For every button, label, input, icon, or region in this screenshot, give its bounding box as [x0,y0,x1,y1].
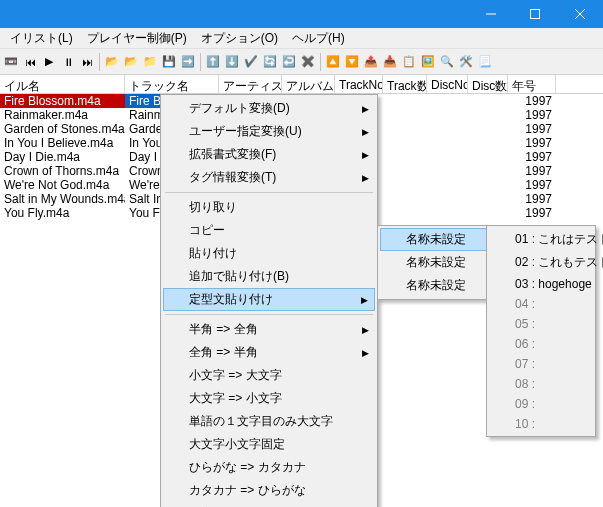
label: 半角 => 全角 [189,322,258,336]
import-icon[interactable]: 📥 [381,52,399,72]
label: デフォルト変換(D) [189,101,290,115]
svg-rect-1 [531,10,540,19]
ctx-paste[interactable]: 貼り付け [163,242,375,265]
menubar: イリスト(L) プレイヤー制御(P) オプション(O) ヘルプ(H) [0,28,603,48]
ctx-half-to-full[interactable]: 半角 => 全角▶ [163,318,375,341]
cell [468,150,508,164]
label: 拡張書式変換(F) [189,147,276,161]
tag-up-icon[interactable]: 🔼 [324,52,342,72]
cell [427,206,468,220]
open-folder-icon[interactable]: 📂 [103,52,121,72]
menu-player[interactable]: プレイヤー制御(P) [81,28,193,49]
pause-icon[interactable]: ⏸ [59,52,77,72]
col-discno[interactable]: DiscNo [427,75,468,93]
menu-separator [165,192,373,193]
sort-down-icon[interactable]: ⬇️ [223,52,241,72]
picture-icon[interactable]: 🖼️ [419,52,437,72]
submenu-item-7[interactable]: 07 : [489,354,603,374]
delete-icon[interactable]: ✖️ [299,52,317,72]
submenu-item-1[interactable]: 01 : これはテスト [489,228,603,251]
next-track-icon[interactable]: ⏭ [78,52,96,72]
col-file[interactable]: イル名 [0,75,125,93]
cell [383,136,427,150]
chevron-right-icon: ▶ [362,104,369,114]
cell: In You I Believe.m4a [0,136,125,150]
move-icon[interactable]: ➡️ [179,52,197,72]
context-menu: デフォルト変換(D)▶ ユーザー指定変換(U)▶ 拡張書式変換(F)▶ タグ情報… [160,94,378,507]
list-icon[interactable]: 📃 [476,52,494,72]
refresh-icon[interactable]: 🔄 [261,52,279,72]
check-icon[interactable]: ✔️ [242,52,260,72]
cell [468,108,508,122]
submenu-item-5[interactable]: 05 : [489,314,603,334]
ctx-upper-to-lower[interactable]: 大文字 => 小文字 [163,387,375,410]
chevron-right-icon: ▶ [362,150,369,160]
submenu-item-3[interactable]: 03 : hogehoge [489,274,603,294]
export-icon[interactable]: 📤 [362,52,380,72]
video-icon[interactable]: 📼 [2,52,20,72]
cell: 1997 [508,164,556,178]
cell: 1997 [508,94,556,108]
submenu-item-10[interactable]: 10 : [489,414,603,434]
prev-track-icon[interactable]: ⏮ [21,52,39,72]
col-album[interactable]: アルバム名 [282,75,335,93]
ctx-lower-to-upper[interactable]: 小文字 => 大文字 [163,364,375,387]
submenu-template: 名称未設定↖▶ 名称未設定▶ 名称未設定▶ [377,225,487,300]
ctx-template-paste[interactable]: 定型文貼り付け▶ [163,288,375,311]
cell [468,164,508,178]
undo-icon[interactable]: ↩️ [280,52,298,72]
open-folder-sub-icon[interactable]: 📂 [122,52,140,72]
ctx-tag-conv[interactable]: タグ情報変換(T)▶ [163,166,375,189]
col-trackno[interactable]: TrackNo [335,75,383,93]
play-icon[interactable]: ▶ [40,52,58,72]
menu-help[interactable]: ヘルプ(H) [286,28,351,49]
submenu-item-8[interactable]: 08 : [489,374,603,394]
cell [468,122,508,136]
sort-up-icon[interactable]: ⬆️ [204,52,222,72]
submenu-item-2[interactable]: 02 : これもテスト [489,251,603,274]
cell: 1997 [508,150,556,164]
cell [427,122,468,136]
label: 名称未設定 [406,255,466,269]
submenu-item-4[interactable]: 04 : [489,294,603,314]
chevron-right-icon: ▶ [362,173,369,183]
ctx-append-paste[interactable]: 追加で貼り付け(B) [163,265,375,288]
cell [427,136,468,150]
ctx-hira-to-kata[interactable]: ひらがな => カタカナ [163,456,375,479]
ctx-user-conv[interactable]: ユーザー指定変換(U)▶ [163,120,375,143]
submenu-item-9[interactable]: 09 : [489,394,603,414]
ctx-kata-to-hira[interactable]: カタカナ => ひらがな [163,479,375,502]
ctx-default-conv[interactable]: デフォルト変換(D)▶ [163,97,375,120]
col-year[interactable]: 年号 [508,75,556,93]
cell: 1997 [508,178,556,192]
column-headers: イル名 トラック名 アーティスト名 アルバム名 TrackNo Track数 D… [0,74,603,94]
col-discct[interactable]: Disc数 [468,75,508,93]
save-icon[interactable]: 💾 [160,52,178,72]
ctx-full-to-half[interactable]: 全角 => 半角▶ [163,341,375,364]
menu-separator [165,314,373,315]
close-button[interactable] [557,0,603,28]
harvest-icon[interactable]: 📋 [400,52,418,72]
cell: 1997 [508,206,556,220]
find-icon[interactable]: 🔍 [438,52,456,72]
tag-down-icon[interactable]: 🔽 [343,52,361,72]
maximize-button[interactable] [513,0,557,28]
ctx-case-fix[interactable]: 大文字小文字固定 [163,433,375,456]
add-folder-icon[interactable]: 📁 [141,52,159,72]
col-artist[interactable]: アーティスト名 [219,75,282,93]
cell [468,178,508,192]
menu-option[interactable]: オプション(O) [195,28,284,49]
minimize-button[interactable] [469,0,513,28]
ctx-char-unify[interactable]: 文字種の統一…(C) [163,502,375,507]
ctx-first-cap[interactable]: 単語の１文字目のみ大文字 [163,410,375,433]
menu-playlist[interactable]: イリスト(L) [4,28,79,49]
cell: You Fly.m4a [0,206,125,220]
cell: Crown of Thorns.m4a [0,164,125,178]
submenu-item-6[interactable]: 06 : [489,334,603,354]
ctx-copy[interactable]: コピー [163,219,375,242]
col-track[interactable]: トラック名 [125,75,219,93]
ctx-ext-format[interactable]: 拡張書式変換(F)▶ [163,143,375,166]
tools-icon[interactable]: 🛠️ [457,52,475,72]
col-trackct[interactable]: Track数 [383,75,427,93]
ctx-cut[interactable]: 切り取り [163,196,375,219]
